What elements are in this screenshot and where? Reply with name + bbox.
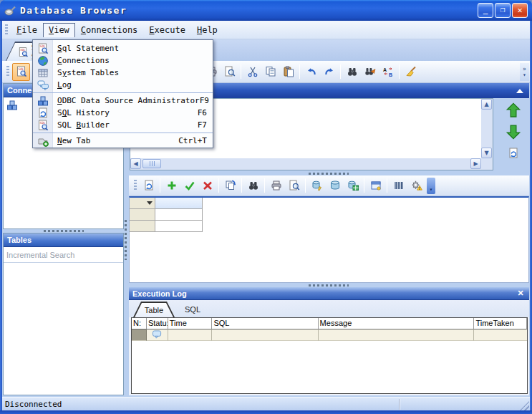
maximize-button[interactable]: ❐ xyxy=(495,3,511,18)
replace-button[interactable] xyxy=(379,63,397,81)
tables-panel-header: Tables xyxy=(4,234,123,247)
menubar-item-connections[interactable]: Connections xyxy=(75,23,143,37)
close-button[interactable]: ✕ xyxy=(512,3,528,18)
menu-item-label: ODBC Data Source Administrator xyxy=(57,96,200,105)
menu-item-sql-statement[interactable]: Sql Statement xyxy=(33,42,213,54)
menubar-item-help[interactable]: Help xyxy=(191,23,223,37)
editor-side-toolbar xyxy=(501,102,526,162)
column-header-sql[interactable]: SQL xyxy=(212,318,318,329)
new-sql-button[interactable] xyxy=(12,63,30,81)
grid-header-row xyxy=(130,198,528,209)
sql-statement-icon xyxy=(37,43,49,54)
grid-toolbar: ▾ xyxy=(129,175,529,196)
menu-item-odbc-administrator[interactable]: ODBC Data Source Administrator F9 xyxy=(33,95,213,107)
grid-row-selector[interactable] xyxy=(130,209,155,221)
grid-cell-selected[interactable] xyxy=(155,198,203,209)
scroll-left-button[interactable]: ◀ xyxy=(130,158,141,169)
menu-item-sql-builder[interactable]: SQL Builder F7 xyxy=(33,119,213,131)
print-grid-button[interactable] xyxy=(267,177,285,195)
print-preview-grid-button[interactable] xyxy=(285,177,303,195)
refresh-data-button[interactable] xyxy=(140,177,158,195)
speech-bubbles-icon xyxy=(37,80,49,91)
app-window: Database Browser _ ❐ ✕ File View Connect… xyxy=(0,0,532,414)
editor-horizontal-scrollbar[interactable]: ◀ ▶ xyxy=(130,158,481,170)
editor-vertical-scrollbar[interactable]: ▲ ▼ xyxy=(481,99,493,158)
cut-button[interactable] xyxy=(243,63,261,81)
menubar-item-view[interactable]: View xyxy=(43,23,75,37)
column-header-status[interactable]: Statu: xyxy=(147,318,168,329)
cancel-record-button[interactable] xyxy=(198,177,216,195)
tab-table[interactable]: Table xyxy=(133,302,175,317)
row-selector-cell[interactable] xyxy=(132,329,147,341)
menu-item-connections[interactable]: Connections xyxy=(33,54,213,67)
toolbar-separator xyxy=(305,178,306,193)
find-button[interactable] xyxy=(343,63,361,81)
paste-button[interactable] xyxy=(279,63,297,81)
grid-row-selector[interactable] xyxy=(130,221,155,232)
grid-cell[interactable] xyxy=(155,209,203,221)
app-icon xyxy=(4,5,16,16)
binoculars-icon xyxy=(248,180,259,191)
find-record-button[interactable] xyxy=(244,177,262,195)
redo-icon xyxy=(324,66,335,77)
print-preview-button[interactable] xyxy=(221,63,238,81)
toolbar-separator xyxy=(160,178,160,193)
redo-button[interactable] xyxy=(320,63,338,81)
scrollbar-thumb[interactable] xyxy=(142,159,161,168)
scroll-right-button[interactable]: ▶ xyxy=(470,158,481,169)
grid-cell[interactable] xyxy=(155,221,203,232)
data-grid[interactable] xyxy=(129,196,529,283)
minimize-button[interactable]: _ xyxy=(478,3,493,18)
menu-item-new-tab[interactable]: New Tab Ctrl+T xyxy=(33,135,213,147)
toolbar-separator xyxy=(218,178,219,193)
resize-grip[interactable] xyxy=(520,401,529,410)
menubar-gripper[interactable] xyxy=(5,24,8,36)
incremental-search-input[interactable] xyxy=(4,248,123,263)
move-down-button[interactable] xyxy=(504,123,523,140)
grid-row-selector[interactable] xyxy=(130,198,155,209)
find-next-button[interactable] xyxy=(361,63,379,81)
move-up-button[interactable] xyxy=(504,102,523,119)
grid-options-button[interactable] xyxy=(407,177,425,195)
refresh-button[interactable] xyxy=(504,145,523,162)
time-cell xyxy=(168,329,213,341)
drop-table-button[interactable] xyxy=(326,177,344,195)
menubar-item-file[interactable]: File xyxy=(11,23,43,37)
edit-table-button[interactable] xyxy=(308,177,326,195)
close-panel-button[interactable]: ✕ xyxy=(516,289,526,298)
copy-records-button[interactable] xyxy=(221,177,239,195)
menubar-item-execute[interactable]: Execute xyxy=(143,23,191,37)
page-refresh-icon xyxy=(37,107,49,119)
column-header-message[interactable]: Message xyxy=(319,318,475,329)
menu-item-system-tables[interactable]: System Tables xyxy=(33,67,213,79)
log-table-row[interactable] xyxy=(132,329,527,341)
form-view-button[interactable] xyxy=(367,177,385,195)
new-tab-icon xyxy=(37,135,49,147)
scroll-up-button[interactable]: ▲ xyxy=(481,99,492,110)
undo-button[interactable] xyxy=(302,63,320,81)
post-record-button[interactable] xyxy=(180,177,198,195)
menu-item-sql-history[interactable]: SQL History F6 xyxy=(33,107,213,119)
copy-button[interactable] xyxy=(261,63,279,81)
toolbar-overflow-button[interactable]: ▾ xyxy=(427,178,435,194)
column-header-timetaken[interactable]: TimeTaken xyxy=(474,318,527,329)
dropdown-arrow-icon[interactable] xyxy=(147,201,153,205)
insert-record-button[interactable] xyxy=(163,177,180,195)
scroll-down-button[interactable]: ▼ xyxy=(481,148,492,158)
tables-panel: Tables xyxy=(3,233,124,395)
collapse-panel-button[interactable] xyxy=(516,89,523,93)
toolbar-gripper[interactable] xyxy=(6,66,9,77)
clear-button[interactable] xyxy=(402,63,420,81)
column-header-time[interactable]: Time xyxy=(168,318,213,329)
export-table-button[interactable] xyxy=(344,177,362,195)
menu-item-label: SQL Builder xyxy=(57,120,110,130)
connection-status: Disconnected xyxy=(5,400,62,409)
tables-list[interactable] xyxy=(4,263,123,394)
tab-sql[interactable]: SQL xyxy=(175,302,211,317)
column-view-button[interactable] xyxy=(390,177,407,195)
menu-item-log[interactable]: Log xyxy=(33,79,213,91)
column-header-n[interactable]: N: xyxy=(132,318,147,329)
toolbar-gripper[interactable] xyxy=(134,180,137,191)
copy-icon xyxy=(265,66,276,77)
toolbar-overflow-button[interactable]: »▾ xyxy=(520,63,529,81)
